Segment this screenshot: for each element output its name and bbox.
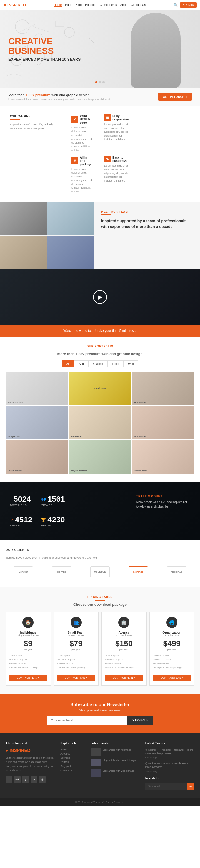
pricing-label: PRICING TABLE [5, 595, 195, 598]
portfolio-item[interactable]: Adipisicum [132, 372, 195, 405]
newsletter-submit-button[interactable]: SUBSCRIBE [128, 716, 153, 725]
pricing-features: 1 tb of spaceUnlimited projectsFull sour… [9, 654, 47, 670]
logo[interactable]: ● INSPIRED [3, 2, 26, 8]
svg-line-7 [33, 27, 50, 32]
nav-shop[interactable]: Shop [120, 3, 128, 7]
post-text[interactable]: Blog article with no image [103, 748, 131, 752]
twitter-icon[interactable]: y [22, 776, 29, 783]
newsletter-title: Subscribe to our Newsletter [5, 702, 195, 707]
traffic-label: TRAFFIC COUNT [136, 495, 190, 498]
feature-text: Lorem ipsum dolor sit amet, consectetur … [104, 123, 129, 142]
stat-number: 4512 [15, 515, 32, 524]
hero-dot-2[interactable] [99, 81, 101, 84]
newsletter-section: Subscribe to our Newsletter Stay up to d… [0, 694, 200, 733]
post-text[interactable]: Blog article with default image [103, 759, 136, 763]
stat-share: ↗ 4512 SHARE [5, 511, 37, 531]
filter-graphic[interactable]: Graphic [89, 361, 108, 367]
footer-explore-title: Explor link [60, 741, 85, 745]
search-icon[interactable]: 🔍 [174, 3, 178, 7]
pricing-cta-individuals[interactable]: CONTINUE PLAN + [9, 675, 47, 681]
pricing-cta-team[interactable]: CONTINUE PLAN + [57, 675, 95, 681]
portfolio-item[interactable]: Lorem Ipsum [5, 440, 68, 474]
clients-divider [5, 553, 15, 553]
footer-link-home[interactable]: Home [60, 748, 85, 751]
post-item: Blog article with video image [91, 769, 140, 777]
navigation: ● INSPIRED Home Page Blog Portfolio Comp… [0, 0, 200, 10]
footer-newsletter-title: Newsletter [145, 776, 195, 780]
tweet-time: 15 hours ago [145, 770, 195, 773]
pricing-cta-agency[interactable]: CONTINUE PLAN + [105, 675, 143, 681]
get-in-touch-button[interactable]: GET IN TOUCH + [158, 93, 192, 101]
post-thumbnail [91, 759, 101, 767]
feature-responsive: ⊡ Fully responsive Lorem ipsum dolor sit… [100, 114, 133, 152]
footer-link-blog[interactable]: Blog post [60, 765, 85, 768]
buy-now-button[interactable]: Buy Now [180, 2, 197, 7]
pricing-plan-sub: Unlimited user [153, 634, 191, 637]
pricing-small-team: 👥 Small Team 5 user license $79 per year… [54, 612, 99, 686]
team-content: MEET OUR TEAM Inspired supported by a te… [94, 202, 200, 269]
download-icon: ↓ [10, 497, 12, 501]
nav-blog[interactable]: Blog [75, 3, 82, 7]
client-logo: COFFEE [51, 565, 73, 579]
feature-text: Lorem ipsum dolor sit amet, consectetur … [71, 126, 92, 152]
feature-all-in-one: ⊞ All in one package Lorem ipsum dolor s… [67, 156, 96, 194]
pricing-icon-org: 🌐 [166, 617, 177, 628]
footer-link-services[interactable]: Services [60, 756, 85, 759]
footer-tweets-title: Latest Tweets [145, 741, 195, 745]
portfolio-item[interactable]: Adipis dolor [132, 440, 195, 474]
hero-dot-1[interactable] [95, 81, 98, 84]
pricing-cta-org[interactable]: CONTINUE PLAN + [153, 675, 191, 681]
nav-page[interactable]: Page [65, 3, 72, 7]
footer-link-contact[interactable]: Contact us [60, 769, 85, 772]
team-photo-3 [0, 236, 47, 269]
post-text[interactable]: Blog article with video image [103, 769, 134, 773]
filter-app[interactable]: App [74, 361, 89, 367]
footer-posts-title: Latest posts [91, 741, 140, 745]
tweet-text: @inspired — Bootstrap + WordPress + more… [145, 762, 195, 769]
feature-divider [10, 119, 20, 120]
instagram-icon[interactable]: ◎ [39, 776, 45, 783]
portfolio-item-label: Integer nisl [8, 435, 20, 438]
stat-viewer: 👥 1561 VIEWER [37, 490, 69, 511]
portfolio-header: OUR PORTFOLIO More than 100K premium web… [5, 345, 195, 356]
nav-portfolio[interactable]: Portfolio [85, 3, 96, 7]
client-logo: MARKET [12, 565, 34, 579]
nav-home[interactable]: Home [54, 3, 62, 7]
linkedin-icon[interactable]: in [31, 776, 37, 783]
filter-all[interactable]: All [62, 361, 74, 367]
portfolio-item[interactable]: Need More [69, 372, 131, 405]
nav-contact[interactable]: Contact Us [131, 3, 146, 7]
googleplus-icon[interactable]: G+ [14, 776, 21, 783]
portfolio-item[interactable]: Maybe destiam [69, 440, 131, 474]
html5-icon: ✓ [71, 116, 78, 123]
portfolio-item[interactable]: Maecenas nec [5, 372, 68, 405]
viewer-icon: 👥 [41, 497, 46, 501]
stat-number: 4230 [47, 515, 65, 524]
stat-number: 1561 [47, 495, 65, 504]
filter-logo[interactable]: Logo [108, 361, 123, 367]
portfolio-item[interactable]: Integer nisl [5, 406, 68, 439]
pricing-plan-sub: 20 user license [105, 634, 143, 637]
hero-dot-3[interactable] [102, 81, 105, 84]
video-play-button[interactable]: ▶ [93, 290, 107, 304]
footer-posts: Latest posts Blog article with no image … [91, 741, 140, 789]
footer-tweets: Latest Tweets @inspired — Freelance + fr… [145, 741, 195, 789]
footer-email-input[interactable] [145, 783, 187, 789]
stats-col-1: ↓ 5024 DOWNLOAD 👥 1561 VIEWER ↗ 4512 SHA… [5, 490, 69, 531]
filter-web[interactable]: Web [123, 361, 138, 367]
portfolio-item[interactable]: PaperBook [69, 406, 131, 439]
features-grid-right: ✓ Valid HTML5 code Lorem ipsum dolor sit… [65, 114, 135, 193]
footer-link-about[interactable]: About us [60, 752, 85, 755]
video-section: ▶ [0, 269, 200, 325]
newsletter-email-input[interactable] [47, 716, 128, 725]
client-logo: INSPIRED [127, 565, 149, 579]
facebook-icon[interactable]: f [5, 776, 12, 783]
pricing-plan-name: Organization [153, 631, 191, 634]
portfolio-item[interactable]: Adipisicum [132, 406, 195, 439]
footer-link-portfolio[interactable]: Portfolio [60, 761, 85, 764]
footer-newsletter-button[interactable]: ➔ [187, 783, 195, 789]
team-section: MEET OUR TEAM Inspired supported by a te… [0, 202, 200, 269]
portfolio-filters: All App Graphic Logo Web [5, 361, 195, 367]
nav-components[interactable]: Components [99, 3, 116, 7]
svg-line-8 [20, 24, 36, 32]
